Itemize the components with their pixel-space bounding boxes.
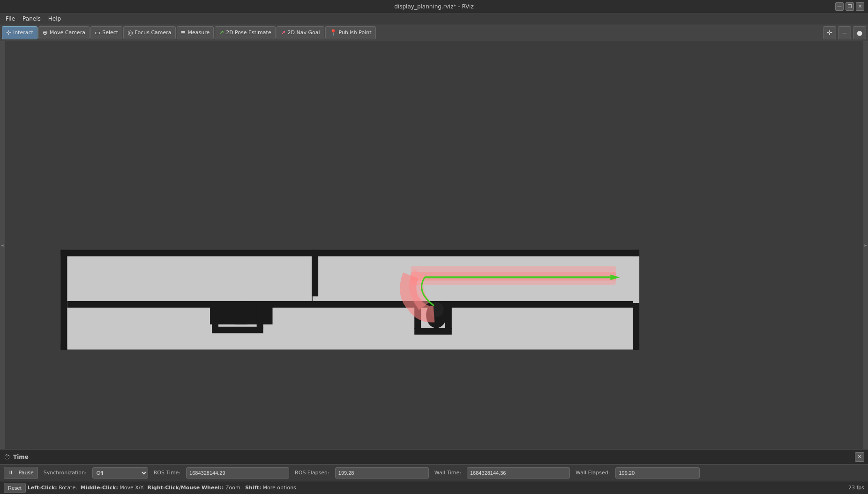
svg-rect-1 (60, 250, 639, 256)
publish-point-icon: 📍 (329, 29, 337, 36)
time-panel-header: ⏱ Time ✕ (0, 449, 868, 464)
tool-2d-nav-goal[interactable]: ↗ 2D Nav Goal (277, 26, 324, 39)
titlebar: display_planning.rviz* - RViz — ❐ ✕ (0, 0, 868, 13)
svg-rect-5 (67, 256, 312, 303)
wall-time-label: Wall Time: (434, 470, 461, 476)
status-text: Left-Click: Rotate. Middle-Click: Move X… (28, 485, 298, 491)
nav-goal-icon: ↗ (281, 29, 286, 36)
toolbar: ⊹ Interact ⊕ Move Camera ▭ Select ◎ Focu… (0, 24, 868, 41)
tool-move-camera[interactable]: ⊕ Move Camera (38, 26, 90, 39)
scene-svg (5, 41, 863, 449)
nav-goal-label: 2D Nav Goal (288, 29, 320, 36)
svg-rect-0 (5, 91, 863, 399)
time-panel-close[interactable]: ✕ (855, 452, 864, 462)
ros-elapsed-label: ROS Elapsed: (295, 470, 329, 476)
crosshair-button[interactable]: ✛ (823, 26, 836, 39)
svg-rect-16 (414, 328, 452, 335)
sync-select[interactable]: Off Approximate Time Exact Time (92, 467, 148, 479)
menu-file[interactable]: File (2, 15, 19, 23)
window-controls: — ❐ ✕ (835, 2, 864, 11)
toolbar-right: ✛ − ● (823, 26, 866, 39)
menu-help[interactable]: Help (45, 15, 65, 23)
svg-rect-9 (67, 301, 633, 308)
focus-camera-icon: ◎ (127, 29, 133, 36)
move-camera-label: Move Camera (50, 29, 85, 36)
ros-elapsed-value (335, 467, 429, 479)
zoom-out-button[interactable]: − (838, 26, 851, 39)
ros-time-label: ROS Time: (154, 470, 180, 476)
minimize-button[interactable]: — (835, 2, 844, 11)
fps-display: 23 fps (848, 485, 864, 491)
svg-rect-3 (60, 250, 67, 350)
svg-rect-11 (235, 301, 273, 324)
restore-button[interactable]: ❐ (846, 2, 854, 11)
tool-interact[interactable]: ⊹ Interact (2, 26, 37, 39)
close-button[interactable]: ✕ (856, 2, 864, 11)
svg-rect-8 (67, 303, 633, 350)
pause-button[interactable]: ⏸ Pause (4, 467, 38, 479)
time-panel-icon: ⏱ (4, 453, 10, 461)
right-panel-handle[interactable]: ▸ (863, 41, 868, 449)
tool-focus-camera[interactable]: ◎ Focus Camera (123, 26, 175, 39)
interact-icon: ⊹ (6, 29, 11, 36)
view-button[interactable]: ● (853, 26, 866, 39)
pose-estimate-label: 2D Pose Estimate (226, 29, 271, 36)
svg-rect-14 (257, 303, 263, 329)
svg-rect-12 (212, 303, 218, 329)
pause-label: Pause (19, 470, 34, 476)
viewport[interactable] (5, 41, 863, 449)
interact-label: Interact (13, 29, 33, 36)
tool-measure[interactable]: ≡ Measure (177, 26, 214, 39)
statusbar: Reset Left-Click: Rotate. Middle-Click: … (0, 481, 868, 494)
menu-panels[interactable]: Panels (19, 15, 45, 23)
svg-rect-7 (312, 250, 318, 296)
select-label: Select (102, 29, 118, 36)
window-title: display_planning.rviz* - RViz (394, 3, 473, 10)
pause-icon: ⏸ (8, 470, 13, 476)
focus-camera-label: Focus Camera (135, 29, 171, 36)
left-panel-handle[interactable]: ◂ (0, 41, 5, 449)
measure-icon: ≡ (181, 29, 186, 36)
time-panel-controls: ⏸ Pause Synchronization: Off Approximate… (0, 464, 868, 481)
svg-rect-21 (411, 272, 616, 280)
wall-elapsed-value (615, 467, 700, 479)
time-panel-title: Time (13, 454, 29, 460)
tool-publish-point[interactable]: 📍 Publish Point (325, 26, 376, 39)
main-area: ◂ (0, 41, 868, 449)
wall-time-value (467, 467, 570, 479)
reset-button[interactable]: Reset (4, 483, 26, 493)
ros-time-value (186, 467, 289, 479)
pose-estimate-icon: ↗ (219, 29, 224, 36)
menubar: File Panels Help (0, 13, 868, 24)
tool-2d-pose-estimate[interactable]: ↗ 2D Pose Estimate (215, 26, 275, 39)
publish-point-label: Publish Point (339, 29, 372, 36)
wall-elapsed-label: Wall Elapsed: (576, 470, 610, 476)
svg-rect-13 (212, 327, 263, 333)
tool-select[interactable]: ▭ Select (90, 26, 122, 39)
sync-label: Synchronization: (44, 470, 87, 476)
move-camera-icon: ⊕ (43, 29, 48, 36)
measure-label: Measure (187, 29, 210, 36)
select-icon: ▭ (95, 29, 100, 36)
